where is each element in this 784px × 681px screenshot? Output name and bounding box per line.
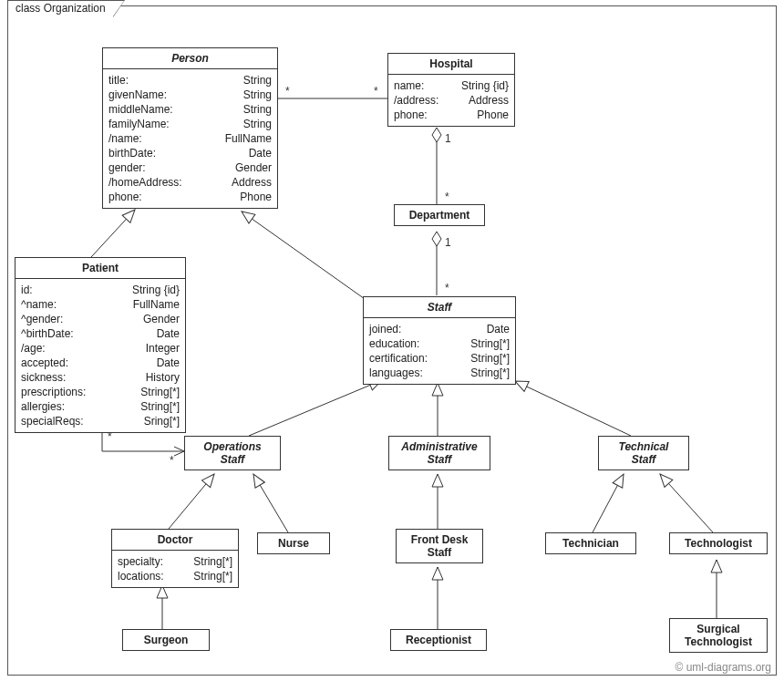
- mult-hospital-end: *: [374, 85, 378, 98]
- class-title: Surgeon: [123, 630, 209, 650]
- class-technician: Technician: [545, 532, 636, 554]
- class-title: Nurse: [258, 533, 329, 553]
- mult-ops-side: *: [170, 454, 174, 467]
- class-title: Doctor: [112, 530, 238, 551]
- mult-dept-side2: 1: [445, 236, 451, 249]
- class-title: Technical Staff: [599, 437, 688, 469]
- class-doctor: Doctor specialty:String[*] locations:Str…: [111, 529, 239, 588]
- class-person: Person title:String givenName:String mid…: [102, 47, 278, 209]
- class-title: Person: [103, 48, 277, 69]
- class-title: Receptionist: [391, 630, 486, 650]
- class-operations-staff: Operations Staff: [184, 436, 281, 470]
- watermark: © uml-diagrams.org: [675, 661, 771, 674]
- mult-person-end: *: [285, 85, 290, 98]
- class-title: Surgical Technologist: [670, 619, 767, 652]
- class-attrs: id:String {id} ^name:FullName ^gender:Ge…: [15, 279, 185, 432]
- class-administrative-staff: Administrative Staff: [388, 436, 490, 470]
- svg-line-7: [515, 381, 631, 436]
- class-front-desk-staff: Front Desk Staff: [396, 529, 483, 563]
- class-attrs: name:String {id} /address:Address phone:…: [388, 75, 514, 126]
- class-title: Patient: [15, 258, 185, 279]
- class-attrs: specialty:String[*] locations:String[*]: [112, 551, 238, 587]
- class-title: Department: [395, 205, 484, 225]
- class-nurse: Nurse: [257, 532, 330, 554]
- svg-line-5: [249, 380, 382, 436]
- class-technologist: Technologist: [669, 532, 768, 554]
- class-department: Department: [394, 204, 485, 226]
- class-title: Hospital: [388, 54, 514, 75]
- svg-line-8: [169, 474, 214, 529]
- svg-line-12: [660, 474, 713, 532]
- svg-line-9: [253, 474, 288, 532]
- class-title: Operations Staff: [185, 437, 280, 469]
- class-attrs: title:String givenName:String middleName…: [103, 69, 277, 208]
- svg-line-3: [91, 210, 135, 257]
- class-patient: Patient id:String {id} ^name:FullName ^g…: [15, 257, 186, 433]
- class-staff: Staff joined:Date education:String[*] ce…: [363, 296, 516, 385]
- class-attrs: joined:Date education:String[*] certific…: [364, 318, 515, 384]
- class-title: Staff: [364, 297, 515, 318]
- class-hospital: Hospital name:String {id} /address:Addre…: [387, 53, 515, 127]
- diagram-canvas: class Organization * * 1 * 1 *: [0, 0, 784, 681]
- mult-hosp-side: 1: [445, 132, 451, 145]
- class-technical-staff: Technical Staff: [598, 436, 689, 470]
- mult-staff-side: *: [445, 282, 449, 294]
- mult-dept-side: *: [445, 191, 449, 203]
- class-surgical-technologist: Surgical Technologist: [669, 618, 768, 653]
- class-surgeon: Surgeon: [122, 629, 210, 651]
- class-title: Technician: [546, 533, 635, 553]
- class-title: Administrative Staff: [389, 437, 490, 469]
- class-title: Front Desk Staff: [397, 530, 482, 562]
- svg-line-4: [242, 212, 374, 305]
- svg-line-11: [593, 474, 624, 532]
- class-title: Technologist: [670, 533, 767, 553]
- class-receptionist: Receptionist: [390, 629, 487, 651]
